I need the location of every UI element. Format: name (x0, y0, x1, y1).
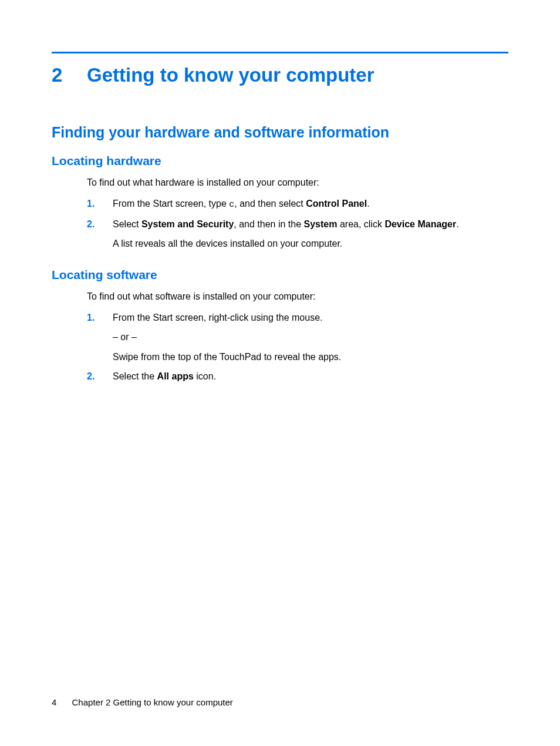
hardware-body: To find out what hardware is installed o… (87, 176, 508, 250)
bold-text: All apps (157, 371, 194, 381)
code-text: c (229, 200, 234, 210)
list-marker: 1. (87, 311, 113, 364)
list-item: 2. Select System and Security, and then … (87, 218, 508, 250)
bold-text: System and Security (141, 219, 234, 229)
list-body: Select the All apps icon. (113, 370, 508, 383)
list-item: 1. From the Start screen, type c, and th… (87, 197, 508, 211)
page-number: 4 (52, 697, 56, 707)
step-text: Select System and Security, and then in … (113, 218, 508, 231)
list-item: 2. Select the All apps icon. (87, 370, 508, 383)
step-text: From the Start screen, type c, and then … (113, 197, 508, 211)
subsection-heading-hardware: Locating hardware (52, 154, 508, 168)
list-marker: 2. (87, 218, 113, 250)
chapter-divider (52, 52, 508, 53)
footer-text: Chapter 2 Getting to know your computer (72, 697, 233, 707)
list-marker: 1. (87, 197, 113, 211)
page-content: 2 Getting to know your computer Finding … (0, 0, 560, 383)
list-marker: 2. (87, 370, 113, 383)
chapter-heading: 2 Getting to know your computer (52, 64, 508, 86)
chapter-number: 2 (52, 64, 87, 86)
software-body: To find out what software is installed o… (87, 290, 508, 383)
step-alt: – or – (113, 331, 508, 344)
list-body: Select System and Security, and then in … (113, 218, 508, 250)
step-text: From the Start screen, right-click using… (113, 311, 508, 324)
list-body: From the Start screen, right-click using… (113, 311, 508, 364)
list-item: 1. From the Start screen, right-click us… (87, 311, 508, 364)
bold-text: Device Manager (384, 219, 456, 229)
bold-text: Control Panel (306, 199, 367, 209)
list-body: From the Start screen, type c, and then … (113, 197, 508, 211)
step-text: Swipe from the top of the TouchPad to re… (113, 351, 508, 364)
bold-text: System (304, 219, 338, 229)
hardware-intro: To find out what hardware is installed o… (87, 176, 508, 189)
software-intro: To find out what software is installed o… (87, 290, 508, 303)
chapter-title: Getting to know your computer (87, 64, 375, 86)
step-note: A list reveals all the devices installed… (113, 237, 508, 250)
section-heading: Finding your hardware and software infor… (52, 124, 508, 141)
step-text: Select the All apps icon. (113, 370, 508, 383)
subsection-heading-software: Locating software (52, 268, 508, 282)
page-footer: 4 Chapter 2 Getting to know your compute… (52, 697, 233, 707)
